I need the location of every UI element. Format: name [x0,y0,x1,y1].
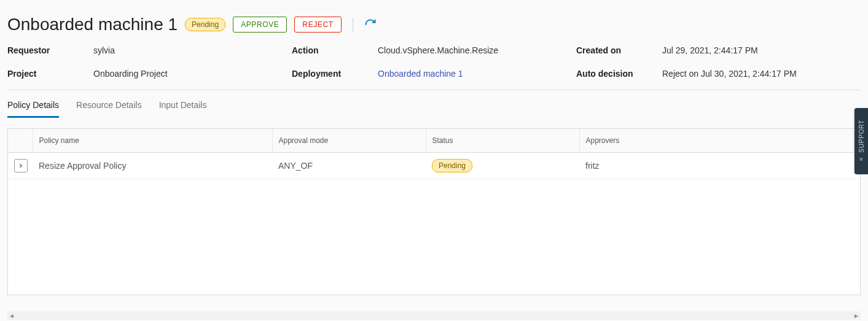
tab-policy-details[interactable]: Policy Details [7,96,59,118]
auto-decision-label: Auto decision [576,69,662,79]
status-badge: Pending [185,18,225,31]
tab-resource-details[interactable]: Resource Details [76,96,142,117]
action-value: Cloud.vSphere.Machine.Resize [378,45,576,55]
reject-button[interactable]: REJECT [294,17,341,33]
column-status[interactable]: Status [426,129,579,153]
auto-decision-value: Reject on Jul 30, 2021, 2:44:17 PM [662,69,861,79]
meta-grid: Requestor sylvia Action Cloud.vSphere.Ma… [0,42,868,90]
support-label: SUPPORT [858,120,865,153]
policy-grid: Policy name Approval mode Status Approve… [7,128,861,295]
horizontal-scrollbar[interactable]: ◄ ► [7,311,861,320]
chevron-right-icon [18,163,24,169]
action-label: Action [292,45,378,55]
requestor-value: sylvia [93,45,292,55]
scroll-left-icon[interactable]: ◄ [7,311,16,320]
row-status-badge: Pending [432,159,472,172]
tabs: Policy Details Resource Details Input De… [0,90,868,117]
created-on-label: Created on [576,45,662,55]
column-expand [8,129,33,153]
deployment-link[interactable]: Onboarded machine 1 [378,69,576,79]
divider [353,18,353,31]
refresh-icon[interactable] [364,18,377,31]
column-approval-mode[interactable]: Approval mode [272,129,426,153]
approve-button[interactable]: APPROVE [233,17,287,33]
scroll-right-icon[interactable]: ► [852,311,861,320]
requestor-label: Requestor [7,45,93,55]
project-label: Project [7,69,93,79]
page-header: Onboarded machine 1 Pending APPROVE REJE… [0,0,868,42]
project-value: Onboarding Project [93,69,292,79]
deployment-label: Deployment [292,69,378,79]
column-policy-name[interactable]: Policy name [33,129,272,153]
support-tab[interactable]: SUPPORT « [854,108,868,174]
created-on-value: Jul 29, 2021, 2:44:17 PM [662,45,861,55]
cell-approval-mode: ANY_OF [272,153,426,179]
chevron-up-icon: « [858,158,865,161]
cell-policy-name: Resize Approval Policy [33,153,272,179]
tab-input-details[interactable]: Input Details [159,96,207,117]
table-header-row: Policy name Approval mode Status Approve… [8,129,860,153]
table-row: Resize Approval Policy ANY_OF Pending fr… [8,153,860,179]
expand-row-button[interactable] [14,159,28,172]
cell-approvers: fritz [579,153,860,179]
page-title: Onboarded machine 1 [7,15,178,34]
column-approvers[interactable]: Approvers [579,129,860,153]
